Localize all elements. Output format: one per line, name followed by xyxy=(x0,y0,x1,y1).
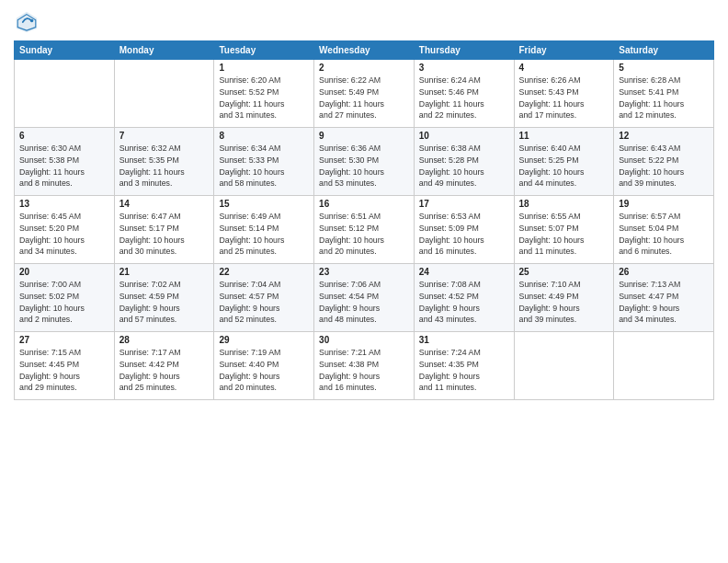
calendar-cell: 26Sunrise: 7:13 AM Sunset: 4:47 PM Dayli… xyxy=(614,264,714,332)
calendar-cell: 14Sunrise: 6:47 AM Sunset: 5:17 PM Dayli… xyxy=(114,196,214,264)
day-number: 15 xyxy=(219,199,309,209)
calendar-cell: 3Sunrise: 6:24 AM Sunset: 5:46 PM Daylig… xyxy=(414,60,514,128)
day-info: Sunrise: 6:36 AM Sunset: 5:30 PM Dayligh… xyxy=(319,143,409,190)
day-info: Sunrise: 7:08 AM Sunset: 4:52 PM Dayligh… xyxy=(419,279,509,326)
calendar-cell: 21Sunrise: 7:02 AM Sunset: 4:59 PM Dayli… xyxy=(114,264,214,332)
calendar-cell: 6Sunrise: 6:30 AM Sunset: 5:38 PM Daylig… xyxy=(15,128,115,196)
calendar-cell: 30Sunrise: 7:21 AM Sunset: 4:38 PM Dayli… xyxy=(314,332,415,400)
day-number: 13 xyxy=(19,199,109,209)
calendar-cell: 22Sunrise: 7:04 AM Sunset: 4:57 PM Dayli… xyxy=(214,264,314,332)
day-info: Sunrise: 6:49 AM Sunset: 5:14 PM Dayligh… xyxy=(219,211,309,258)
day-info: Sunrise: 7:19 AM Sunset: 4:40 PM Dayligh… xyxy=(219,347,309,394)
calendar-cell: 2Sunrise: 6:22 AM Sunset: 5:49 PM Daylig… xyxy=(314,60,415,128)
day-number: 23 xyxy=(319,267,409,277)
week-row-5: 27Sunrise: 7:15 AM Sunset: 4:45 PM Dayli… xyxy=(15,332,714,400)
calendar-cell: 10Sunrise: 6:38 AM Sunset: 5:28 PM Dayli… xyxy=(414,128,514,196)
day-info: Sunrise: 6:43 AM Sunset: 5:22 PM Dayligh… xyxy=(619,143,709,190)
day-info: Sunrise: 6:51 AM Sunset: 5:12 PM Dayligh… xyxy=(319,211,409,258)
calendar-cell: 18Sunrise: 6:55 AM Sunset: 5:07 PM Dayli… xyxy=(514,196,614,264)
day-number: 24 xyxy=(419,267,509,277)
week-row-4: 20Sunrise: 7:00 AM Sunset: 5:02 PM Dayli… xyxy=(15,264,714,332)
calendar-cell: 8Sunrise: 6:34 AM Sunset: 5:33 PM Daylig… xyxy=(214,128,314,196)
logo xyxy=(14,9,43,35)
calendar-cell: 5Sunrise: 6:28 AM Sunset: 5:41 PM Daylig… xyxy=(614,60,714,128)
calendar-cell: 29Sunrise: 7:19 AM Sunset: 4:40 PM Dayli… xyxy=(214,332,314,400)
weekday-header-wednesday: Wednesday xyxy=(314,41,415,60)
calendar-cell: 23Sunrise: 7:06 AM Sunset: 4:54 PM Dayli… xyxy=(314,264,415,332)
calendar-cell xyxy=(614,332,714,400)
day-number: 5 xyxy=(619,63,709,73)
day-info: Sunrise: 6:40 AM Sunset: 5:25 PM Dayligh… xyxy=(519,143,609,190)
weekday-header-tuesday: Tuesday xyxy=(214,41,314,60)
day-info: Sunrise: 6:45 AM Sunset: 5:20 PM Dayligh… xyxy=(19,211,109,258)
day-number: 22 xyxy=(219,267,309,277)
calendar-cell: 15Sunrise: 6:49 AM Sunset: 5:14 PM Dayli… xyxy=(214,196,314,264)
day-number: 30 xyxy=(319,335,409,345)
day-info: Sunrise: 7:13 AM Sunset: 4:47 PM Dayligh… xyxy=(619,279,709,326)
day-number: 9 xyxy=(319,131,409,141)
day-number: 21 xyxy=(119,267,210,277)
calendar-cell: 4Sunrise: 6:26 AM Sunset: 5:43 PM Daylig… xyxy=(514,60,614,128)
day-info: Sunrise: 7:00 AM Sunset: 5:02 PM Dayligh… xyxy=(19,279,109,326)
day-info: Sunrise: 6:38 AM Sunset: 5:28 PM Dayligh… xyxy=(419,143,509,190)
day-number: 26 xyxy=(619,267,709,277)
calendar-cell: 31Sunrise: 7:24 AM Sunset: 4:35 PM Dayli… xyxy=(414,332,514,400)
day-number: 12 xyxy=(619,131,709,141)
day-number: 1 xyxy=(219,63,309,73)
day-info: Sunrise: 6:20 AM Sunset: 5:52 PM Dayligh… xyxy=(219,75,309,121)
day-number: 7 xyxy=(119,131,210,141)
calendar-cell: 20Sunrise: 7:00 AM Sunset: 5:02 PM Dayli… xyxy=(15,264,115,332)
calendar-cell: 7Sunrise: 6:32 AM Sunset: 5:35 PM Daylig… xyxy=(114,128,214,196)
day-number: 17 xyxy=(419,199,509,209)
header xyxy=(14,9,714,35)
day-number: 31 xyxy=(419,335,509,345)
day-number: 4 xyxy=(519,63,609,73)
day-info: Sunrise: 6:22 AM Sunset: 5:49 PM Dayligh… xyxy=(319,75,409,121)
day-number: 29 xyxy=(219,335,309,345)
day-info: Sunrise: 6:55 AM Sunset: 5:07 PM Dayligh… xyxy=(519,211,609,258)
day-info: Sunrise: 6:53 AM Sunset: 5:09 PM Dayligh… xyxy=(419,211,509,258)
day-info: Sunrise: 6:57 AM Sunset: 5:04 PM Dayligh… xyxy=(619,211,709,258)
day-info: Sunrise: 7:10 AM Sunset: 4:49 PM Dayligh… xyxy=(519,279,609,326)
weekday-header-saturday: Saturday xyxy=(614,41,714,60)
day-info: Sunrise: 6:26 AM Sunset: 5:43 PM Dayligh… xyxy=(519,75,609,121)
day-info: Sunrise: 7:02 AM Sunset: 4:59 PM Dayligh… xyxy=(119,279,210,326)
week-row-2: 6Sunrise: 6:30 AM Sunset: 5:38 PM Daylig… xyxy=(15,128,714,196)
calendar-cell xyxy=(15,60,115,128)
day-info: Sunrise: 7:06 AM Sunset: 4:54 PM Dayligh… xyxy=(319,279,409,326)
day-number: 19 xyxy=(619,199,709,209)
day-number: 8 xyxy=(219,131,309,141)
weekday-header-row: SundayMondayTuesdayWednesdayThursdayFrid… xyxy=(15,41,714,60)
day-number: 16 xyxy=(319,199,409,209)
day-info: Sunrise: 6:28 AM Sunset: 5:41 PM Dayligh… xyxy=(619,75,709,121)
weekday-header-friday: Friday xyxy=(514,41,614,60)
week-row-3: 13Sunrise: 6:45 AM Sunset: 5:20 PM Dayli… xyxy=(15,196,714,264)
calendar-cell: 9Sunrise: 6:36 AM Sunset: 5:30 PM Daylig… xyxy=(314,128,415,196)
calendar-table: SundayMondayTuesdayWednesdayThursdayFrid… xyxy=(14,40,714,400)
calendar-cell: 28Sunrise: 7:17 AM Sunset: 4:42 PM Dayli… xyxy=(114,332,214,400)
day-info: Sunrise: 7:17 AM Sunset: 4:42 PM Dayligh… xyxy=(119,347,210,394)
day-number: 28 xyxy=(119,335,210,345)
calendar-cell: 1Sunrise: 6:20 AM Sunset: 5:52 PM Daylig… xyxy=(214,60,314,128)
calendar-cell: 17Sunrise: 6:53 AM Sunset: 5:09 PM Dayli… xyxy=(414,196,514,264)
calendar-cell xyxy=(114,60,214,128)
day-number: 20 xyxy=(19,267,109,277)
page: SundayMondayTuesdayWednesdayThursdayFrid… xyxy=(0,0,728,563)
day-number: 18 xyxy=(519,199,609,209)
weekday-header-monday: Monday xyxy=(114,41,214,60)
calendar-cell xyxy=(514,332,614,400)
calendar-cell: 25Sunrise: 7:10 AM Sunset: 4:49 PM Dayli… xyxy=(514,264,614,332)
svg-point-2 xyxy=(30,19,34,23)
day-info: Sunrise: 6:24 AM Sunset: 5:46 PM Dayligh… xyxy=(419,75,509,121)
logo-icon xyxy=(14,9,40,35)
day-info: Sunrise: 7:15 AM Sunset: 4:45 PM Dayligh… xyxy=(19,347,109,394)
calendar-cell: 19Sunrise: 6:57 AM Sunset: 5:04 PM Dayli… xyxy=(614,196,714,264)
day-number: 11 xyxy=(519,131,609,141)
day-info: Sunrise: 6:47 AM Sunset: 5:17 PM Dayligh… xyxy=(119,211,210,258)
day-info: Sunrise: 6:30 AM Sunset: 5:38 PM Dayligh… xyxy=(19,143,109,190)
calendar-cell: 27Sunrise: 7:15 AM Sunset: 4:45 PM Dayli… xyxy=(15,332,115,400)
calendar-cell: 12Sunrise: 6:43 AM Sunset: 5:22 PM Dayli… xyxy=(614,128,714,196)
day-number: 25 xyxy=(519,267,609,277)
day-number: 14 xyxy=(119,199,210,209)
calendar-cell: 11Sunrise: 6:40 AM Sunset: 5:25 PM Dayli… xyxy=(514,128,614,196)
